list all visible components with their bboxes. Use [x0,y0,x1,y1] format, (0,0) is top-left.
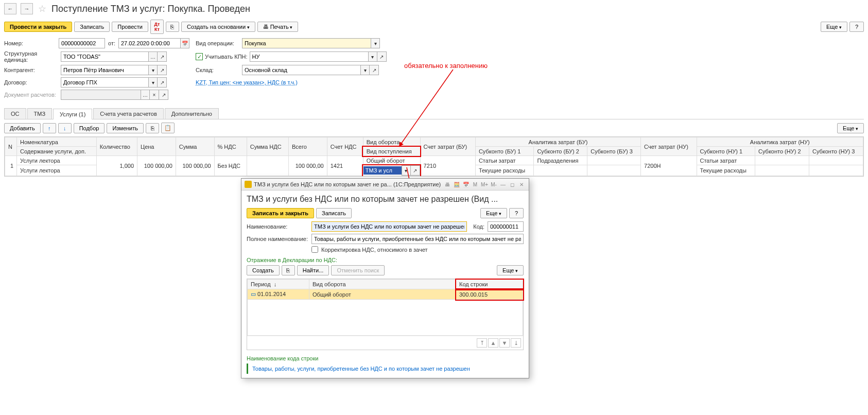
settings-icon[interactable]: ⎘ [166,22,179,32]
tab-additional[interactable]: Дополнительно [165,108,219,119]
warehouse-label: Склад: [196,67,242,73]
ellipsis-icon[interactable]: … [141,90,150,100]
warehouse-input[interactable] [242,65,360,75]
dropdown-icon[interactable]: ▾ [148,65,158,75]
nav-back-button[interactable]: ← [4,3,16,14]
print-button[interactable]: 🖶 Печать [257,22,299,32]
move-down-icon[interactable]: ↓ [58,123,72,133]
services-grid: N Номенклатура Количество Цена Сумма % Н… [4,136,864,177]
dt-kt-icon[interactable]: ДтКт [150,20,164,34]
open-icon[interactable]: ↗ [158,77,167,88]
dropdown-icon[interactable]: ▾ [148,77,158,88]
main-toolbar: Провести и закрыть Записать Провести ДтК… [0,18,868,36]
from-label: от: [108,40,115,46]
clear-icon[interactable]: × [150,90,159,100]
dropdown-icon[interactable]: ▾ [360,65,370,75]
move-up-icon[interactable]: ↑ [43,123,56,133]
table-row[interactable]: 1 Услуги лектора 1,000 100 000,00 100 00… [5,156,863,165]
open-icon[interactable]: ↗ [159,90,168,100]
col-total[interactable]: Всего [288,137,327,156]
nav-forward-button[interactable]: → [21,3,33,14]
col-vat-acc[interactable]: Счет НДС [327,137,363,156]
open-icon[interactable]: ↗ [158,65,167,75]
col-n[interactable]: N [5,137,17,156]
col-cost-nu[interactable]: Счет затрат (НУ) [641,137,697,156]
open-icon[interactable]: ↗ [411,165,420,176]
col-sum[interactable]: Сумма [176,137,214,156]
tab-accounts[interactable]: Счета учета расчетов [93,108,163,119]
grid-toolbar: Добавить ↑ ↓ Подбор Изменить ⎘ 📋 Еще [0,119,868,136]
col-sub-desc[interactable]: Содержание услуги, доп. [17,147,97,156]
number-input[interactable] [59,38,105,48]
col-sub-bu3[interactable]: Субконто (БУ) 3 [587,147,641,156]
write-button[interactable]: Записать [74,22,110,32]
col-vat-sum[interactable]: Сумма НДС [247,137,288,156]
col-receipt-type[interactable]: Вид поступления [363,147,420,156]
annotation-text: обязательно к заполнению [404,62,488,70]
grid-more-button[interactable]: Еще [837,123,864,133]
col-analytics-bu[interactable]: Аналитика затрат (БУ) [475,137,640,147]
settle-doc-input [61,90,141,100]
tabs: ОС ТМЗ Услуги (1) Счета учета расчетов Д… [4,108,864,119]
op-type-label: Вид операции: [196,40,242,46]
op-type-input[interactable] [242,38,371,48]
contragent-input[interactable] [61,65,148,75]
dropdown-icon[interactable]: ▾ [368,51,377,62]
col-analytics-nu[interactable]: Аналитика затрат (НУ) [697,137,863,147]
number-label: Номер: [4,40,59,46]
dropdown-icon[interactable]: ▾ [371,38,380,48]
col-sub-nu3[interactable]: Субконто (НУ) 3 [809,147,863,156]
col-cost-bu[interactable]: Счет затрат (БУ) [420,137,475,156]
open-icon[interactable]: ↗ [158,51,167,62]
col-qty[interactable]: Количество [96,137,137,156]
contract-input[interactable] [61,77,148,88]
col-sub-nu1[interactable]: Субконто (НУ) 1 [697,147,755,156]
col-sub-nu2[interactable]: Субконто (НУ) 2 [755,147,809,156]
tab-services[interactable]: Услуги (1) [53,109,92,119]
tab-os[interactable]: ОС [4,108,26,119]
currency-link[interactable]: KZT, Тип цен: <не указан>, НДС (в т.ч.) [196,79,298,85]
org-input[interactable] [61,51,148,62]
col-turnover[interactable]: Вид оборота [363,137,420,147]
kpn-input[interactable] [250,51,368,62]
post-and-close-button[interactable]: Провести и закрыть [4,22,72,32]
settle-doc-label: Документ расчетов: [4,92,61,98]
post-button[interactable]: Провести [112,22,148,32]
col-vat-pct[interactable]: % НДС [214,137,247,156]
ellipsis-icon[interactable]: … [148,51,158,62]
consider-kpn-label: Учитывать КПН: [205,54,248,60]
help-button[interactable]: ? [849,22,864,32]
more-button[interactable]: Еще [821,22,847,32]
contragent-label: Контрагент: [4,67,61,73]
col-price[interactable]: Цена [137,137,176,156]
consider-kpn-checkbox[interactable]: ✓ [196,53,203,60]
contract-label: Договор: [4,79,61,85]
open-icon[interactable]: ↗ [377,51,387,62]
paste-icon[interactable]: 📋 [161,123,175,133]
col-sub-bu2[interactable]: Субконто (БУ) 2 [534,147,587,156]
receipt-type-cell[interactable]: ТМЗ и усл ▾ ↗ [363,165,420,176]
page-title: Поступление ТМЗ и услуг: Покупка. Провед… [51,4,250,14]
col-sub-bu1[interactable]: Субконто (БУ) 1 [475,147,534,156]
create-based-button[interactable]: Создать на основании [181,22,255,32]
col-nomenclature[interactable]: Номенклатура [17,137,97,147]
tab-tmz[interactable]: ТМЗ [27,108,53,119]
copy-icon[interactable]: ⎘ [146,123,159,133]
date-input[interactable] [118,38,180,48]
change-button[interactable]: Изменить [107,123,144,133]
org-label: Структурная единица: [4,50,61,63]
pick-button[interactable]: Подбор [74,123,105,133]
open-icon[interactable]: ↗ [370,65,379,75]
calendar-icon[interactable]: 📅 [180,38,189,48]
favorite-star-icon[interactable]: ☆ [37,4,47,14]
add-button[interactable]: Добавить [4,123,41,133]
dropdown-icon[interactable]: ▾ [402,165,411,176]
